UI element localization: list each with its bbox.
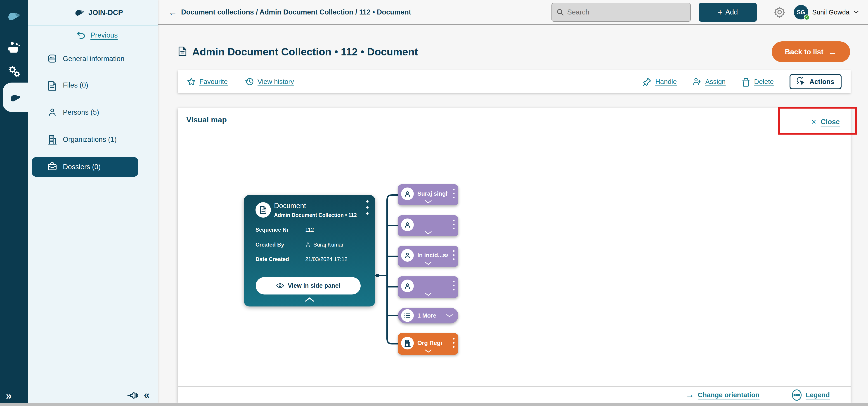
history-icon [245,77,254,86]
chevron-down-icon[interactable] [425,349,432,353]
node-icon-circle [401,249,414,262]
rail-active-item[interactable] [3,83,28,112]
brand-name: JOIN-DCP [88,8,123,17]
card-field-sequence: Sequence Nr 112 [255,227,369,233]
delete-button[interactable]: Delete [741,77,774,86]
app-header: ← Document collections / Admin Document … [158,0,868,25]
actions-label: Actions [809,78,834,86]
user-menu[interactable]: SG ✓ Sunil Gowda [794,5,859,20]
sidebar-item-label: Dossiers (0) [63,163,101,171]
undo-icon [76,31,86,39]
breadcrumb: ← Document collections / Admin Document … [168,7,411,17]
map-node-more[interactable]: 1 More [398,308,458,323]
delete-label: Delete [754,78,774,86]
close-visual-map-link[interactable]: × Close [811,117,840,127]
field-value: 112 [305,227,314,233]
document-icon [259,205,267,214]
page-title: Admin Document Collection • 112 • Docume… [192,46,418,58]
sidebar-item-dossiers[interactable]: Dossiers (0) [32,157,138,177]
node-label: Suraj singh [417,190,448,197]
view-history-button[interactable]: View history [245,77,294,86]
ellipsis-circle-icon [792,389,802,401]
cursor-click-icon [797,77,806,86]
change-orientation-link[interactable]: → Change orientation [685,390,760,400]
close-label: Close [821,118,840,126]
pin-sidebar-icon[interactable] [127,390,139,402]
rail-workspaces-icon[interactable] [7,41,21,55]
visual-map-title: Visual map [186,115,227,124]
trash-icon [741,77,750,86]
back-arrow-icon: ← [828,47,837,57]
view-button-label: View in side panel [288,282,340,289]
person-icon [404,222,411,228]
person-arrow-icon [692,77,702,86]
person-icon [404,191,411,197]
field-value: Suraj Kumar [313,241,343,248]
visual-map-canvas: Document Admin Document Collection • 112… [178,133,850,386]
back-to-list-button[interactable]: Back to list ← [772,41,850,62]
node-icon-circle [401,219,414,231]
close-icon: × [811,117,816,127]
header-divider [765,5,765,20]
document-card[interactable]: Document Admin Document Collection • 112… [244,195,375,307]
chevron-down-icon[interactable] [425,261,432,265]
field-label: Created By [255,241,305,248]
sidebar-item-label: General information [63,55,124,63]
sidebar-item-organizations[interactable]: Organizations (1) [41,132,152,148]
map-node-organization[interactable]: Org Regi [398,333,458,355]
field-label: Sequence Nr [255,227,305,233]
chevron-down-icon[interactable] [425,292,432,296]
map-node-person[interactable]: Suraj singh [398,184,458,205]
gear-icon[interactable] [774,6,786,18]
chevron-down-icon[interactable] [446,314,453,318]
sidebar-brand: JOIN-DCP [28,0,158,26]
header-actions: + Add SG ✓ Sunil Gowda [552,3,859,22]
avatar-initials: SG [797,9,805,16]
view-in-side-panel-button[interactable]: View in side panel [256,277,361,294]
visual-map-footer: → Change orientation Legend [178,386,850,403]
chevron-down-icon [854,10,859,14]
kebab-menu-icon[interactable] [366,200,369,214]
handle-button[interactable]: Handle [643,77,677,86]
node-label: 1 More [417,312,448,319]
visual-map-panel: Visual map × Close Document Admin Docume… [178,108,850,403]
sidebar-item-label: Persons (5) [63,108,99,116]
search-input[interactable] [567,8,686,16]
map-node-person[interactable] [398,215,458,236]
node-icon-circle [401,187,414,200]
rail-expand-icon[interactable]: » [6,389,22,401]
rail-settings-icon[interactable] [7,65,21,79]
assign-label: Assign [705,78,725,86]
actions-button[interactable]: Actions [789,74,841,89]
collapse-sidebar-icon[interactable]: « [144,388,148,401]
sidebar: JOIN-DCP Previous General information Fi… [28,0,158,403]
kebab-menu-icon[interactable] [453,250,455,261]
window-bottom-strip [0,403,868,406]
kebab-menu-icon[interactable] [453,338,455,349]
status-badge: ✓ [804,14,810,20]
add-button[interactable]: + Add [699,3,757,22]
node-label: Org Regi [417,340,448,347]
page-title-row: Admin Document Collection • 112 • Docume… [178,39,850,64]
sidebar-item-persons[interactable]: Persons (5) [41,104,152,121]
favourite-button[interactable]: Favourite [187,77,228,86]
kebab-menu-icon[interactable] [453,281,455,292]
sidebar-previous-link[interactable]: Previous [76,31,118,39]
chevron-down-icon[interactable] [425,231,432,235]
legend-link[interactable]: Legend [792,389,830,401]
kebab-menu-icon[interactable] [453,220,455,231]
map-node-person[interactable] [398,277,458,298]
pushpin-icon [643,77,652,86]
field-value: 21/03/2024 17:12 [305,256,347,262]
document-card-icon-circle [255,202,271,218]
back-to-list-label: Back to list [785,48,824,56]
breadcrumb-back-icon[interactable]: ← [168,7,177,17]
chevron-up-icon[interactable] [305,297,314,302]
kebab-menu-icon[interactable] [453,188,455,200]
map-node-person[interactable]: In incid...sapiente [398,246,458,267]
icon-rail: » [0,0,28,403]
chevron-down-icon[interactable] [425,200,432,204]
sidebar-item-files[interactable]: Files (0) [41,77,152,93]
sidebar-item-general-information[interactable]: General information [41,51,152,67]
assign-button[interactable]: Assign [692,77,725,86]
